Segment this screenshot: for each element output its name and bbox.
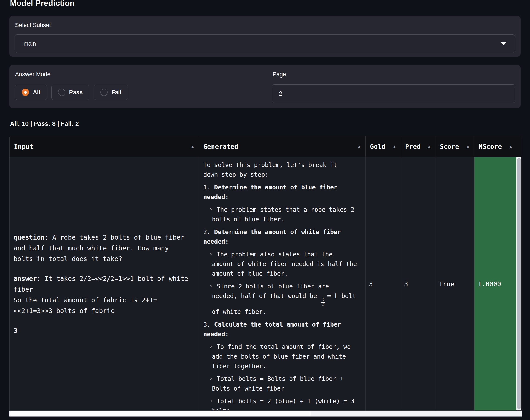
table-header-row: Input ▲ Generated ▲ Gold ▲ Pred ▲ Score … — [10, 136, 522, 157]
bullet-icon: ◦ — [209, 205, 213, 214]
cell-input[interactable]: question: A robe takes 2 bolts of blue f… — [10, 157, 199, 411]
predictions-table: Input ▲ Generated ▲ Gold ▲ Pred ▲ Score … — [9, 136, 522, 411]
cell-score[interactable]: True — [435, 157, 474, 411]
sort-asc-icon[interactable]: ▲ — [509, 144, 512, 149]
radio-selected-icon — [22, 89, 29, 96]
subset-card: Select Subset main — [9, 16, 521, 57]
radio-option-fail[interactable]: Fail — [94, 85, 128, 100]
table-row[interactable]: question: A robe takes 2 bolts of blue f… — [10, 157, 522, 411]
column-header-input[interactable]: Input ▲ — [10, 136, 199, 157]
horizontal-scrollbar[interactable] — [9, 411, 522, 417]
radio-unselected-icon — [100, 89, 108, 96]
column-header-gold[interactable]: Gold ▲ — [366, 136, 401, 157]
page-number-input[interactable] — [272, 84, 515, 103]
generated-bullet: ◦The problem states that a robe takes 2 … — [203, 205, 362, 224]
cell-generated[interactable]: To solve this problem, let's break it do… — [199, 157, 366, 411]
bullet-icon: ◦ — [209, 250, 213, 259]
bullet-icon: ◦ — [209, 342, 213, 352]
cell-nscore[interactable]: 1.0000 — [474, 157, 517, 411]
sort-asc-icon[interactable]: ▲ — [191, 144, 194, 149]
generated-bullet: ◦Total bolts = Bolts of blue fiber + Bol… — [203, 374, 362, 393]
radio-unselected-icon — [58, 89, 65, 96]
column-header-nscore[interactable]: NScore ▲ — [474, 136, 517, 157]
answer-mode-radio-group: All Pass Fail — [15, 85, 128, 100]
generated-bullet-with-formula: ◦Since 2 bolts of blue fiber are needed,… — [203, 281, 362, 317]
radio-option-all[interactable]: All — [15, 85, 47, 100]
generated-step-2-heading: 2. Determine the amount of white fiber n… — [203, 227, 362, 247]
cell-gold[interactable]: 3 — [366, 157, 401, 411]
bullet-icon: ◦ — [209, 281, 213, 291]
bullet-icon: ◦ — [209, 396, 213, 406]
bullet-icon: ◦ — [209, 374, 213, 384]
column-header-generated[interactable]: Generated ▲ — [199, 136, 366, 157]
column-header-pred[interactable]: Pred ▲ — [401, 136, 435, 157]
results-summary: All: 10 | Pass: 8 | Fail: 2 — [10, 120, 79, 127]
sort-asc-icon[interactable]: ▲ — [467, 144, 469, 149]
fraction-formula: 22 = 1 — [321, 292, 338, 300]
horizontal-scrollbar-thumb[interactable] — [10, 411, 311, 416]
question-paragraph: question: A robe takes 2 bolts of blue f… — [14, 232, 195, 264]
answer-paragraph: answer: It takes 2/2=<<2/2=1>>1 bolt of … — [14, 273, 195, 316]
subset-select[interactable]: main — [15, 34, 515, 53]
cell-pred[interactable]: 3 — [401, 157, 435, 411]
sort-asc-icon[interactable]: ▲ — [393, 144, 396, 149]
controls-card: Answer Mode All Pass Fail Page — [9, 65, 521, 108]
generated-bullet: ◦Total bolts = 2 (blue) + 1 (white) = 3 … — [203, 396, 362, 411]
final-answer: 3 — [14, 325, 195, 336]
subset-label: Select Subset — [15, 22, 51, 28]
page-label: Page — [273, 71, 286, 78]
subset-selected-value: main — [23, 40, 36, 47]
generated-bullet: ◦To find the total amount of fiber, we a… — [203, 342, 362, 371]
chevron-down-icon — [501, 42, 507, 45]
generated-bullet: ◦The problem also states that the amount… — [203, 250, 362, 279]
answer-mode-label: Answer Mode — [15, 71, 50, 78]
column-header-score[interactable]: Score ▲ — [435, 136, 474, 157]
generated-intro: To solve this problem, let's break it do… — [203, 160, 362, 180]
vertical-scrollbar-thumb[interactable] — [517, 158, 521, 409]
sort-asc-icon[interactable]: ▲ — [428, 144, 430, 149]
sort-asc-icon[interactable]: ▲ — [358, 144, 361, 149]
generated-step-3-heading: 3. Calculate the total amount of fiber n… — [203, 320, 362, 339]
vertical-scrollbar[interactable] — [516, 157, 521, 410]
page-title: Model Prediction — [10, 0, 74, 8]
generated-step-1-heading: 1. Determine the amount of blue fiber ne… — [203, 182, 362, 202]
radio-option-pass[interactable]: Pass — [51, 85, 89, 100]
